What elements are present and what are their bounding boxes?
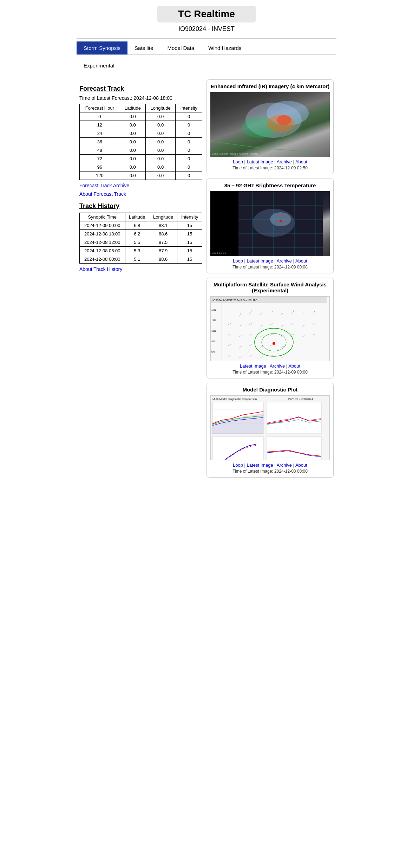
col-header-lon2: Longitude xyxy=(149,213,177,221)
nav-model-data[interactable]: Model Data xyxy=(160,41,201,54)
right-column: Enhanced Infrared (IR) Imagery (4 km Mer… xyxy=(206,79,334,482)
svg-line-74 xyxy=(260,346,263,348)
svg-line-6 xyxy=(263,148,312,152)
ir-links: Loop | Latest Image | Archive | About xyxy=(210,159,330,164)
model-image: Multi-Model Diagnostic Comparison INVEST… xyxy=(210,395,330,460)
svg-text:IO9024   INVEST   2024   9 Dec: IO9024 INVEST 2024 9 Dec 00UTC xyxy=(212,299,257,302)
svg-line-60 xyxy=(281,325,284,326)
svg-line-57 xyxy=(260,336,263,337)
table-row: 1200.00.00 xyxy=(80,171,202,180)
ir-panel: Enhanced Infrared (IR) Imagery (4 km Mer… xyxy=(206,79,334,174)
svg-line-35 xyxy=(241,312,241,314)
svg-rect-96 xyxy=(212,436,263,460)
nav-wind-hazards[interactable]: Wind Hazards xyxy=(201,41,248,54)
model-panel-title: Model Diagnostic Plot xyxy=(210,387,330,393)
svg-line-59 xyxy=(270,334,273,335)
mw-archive-link[interactable]: Archive xyxy=(277,258,292,264)
svg-text:5N: 5N xyxy=(211,351,215,353)
wind-archive-link[interactable]: Archive xyxy=(270,363,285,369)
svg-line-72 xyxy=(249,344,252,346)
track-history-table: Synoptic Time Latitude Longitude Intensi… xyxy=(79,213,202,264)
page-header: TC Realtime IO902024 - INVEST xyxy=(77,0,336,35)
wind-about-link[interactable]: About xyxy=(288,363,300,369)
wind-latest-link[interactable]: Latest Image xyxy=(240,363,266,369)
mw-panel: 85 – 92 GHz Brightness Temperature xyxy=(206,179,334,273)
ir-time: Time of Latest Image: 2024-12-09 02:50 xyxy=(210,166,330,170)
title-box: TC Realtime xyxy=(157,6,256,22)
col-header-intensity: Intensity xyxy=(176,104,202,112)
svg-line-75 xyxy=(260,357,263,358)
about-track-history-link[interactable]: About Track History xyxy=(79,266,202,272)
table-row: 2024-12-08 06:005.387.915 xyxy=(80,247,202,255)
svg-line-58 xyxy=(270,323,273,325)
svg-line-53 xyxy=(239,336,242,337)
ir-panel-title: Enhanced Infrared (IR) Imagery (4 km Mer… xyxy=(210,83,330,89)
wind-time: Time of Latest Image: 2024-12-09 00:00 xyxy=(210,370,330,375)
left-column: Forecast Track Time of Latest Forecast: … xyxy=(79,79,202,482)
forecast-track-title: Forecast Track xyxy=(79,85,202,92)
svg-line-49 xyxy=(314,311,315,312)
model-about-link[interactable]: About xyxy=(295,462,307,468)
svg-line-41 xyxy=(272,311,273,312)
svg-line-78 xyxy=(281,346,284,348)
app-title: TC Realtime xyxy=(178,8,235,20)
svg-line-43 xyxy=(283,312,283,313)
model-latest-link[interactable]: Latest Image xyxy=(247,462,273,468)
model-time: Time of Latest Image: 2024-12-08 00:00 xyxy=(210,469,330,474)
svg-line-44 xyxy=(291,312,293,314)
svg-text:14N: 14N xyxy=(211,319,216,322)
about-forecast-track-link[interactable]: About Forecast Track xyxy=(79,191,202,197)
ir-latest-link[interactable]: Latest Image xyxy=(247,159,273,164)
svg-line-63 xyxy=(291,334,294,335)
svg-line-65 xyxy=(302,336,305,337)
svg-line-66 xyxy=(313,323,315,325)
storm-id: IO902024 - INVEST xyxy=(79,25,334,33)
wind-panel: Multiplatform Satellite Surface Wind Ana… xyxy=(206,278,334,378)
svg-line-76 xyxy=(270,344,273,346)
ir-about-link[interactable]: About xyxy=(295,159,307,164)
svg-line-33 xyxy=(230,311,230,312)
svg-line-42 xyxy=(281,313,283,315)
table-row: 2024-12-08 12:005.587.515 xyxy=(80,238,202,247)
forecast-track-section: Forecast Track Time of Latest Forecast: … xyxy=(79,85,202,197)
svg-line-32 xyxy=(228,312,230,314)
svg-line-38 xyxy=(260,313,262,315)
model-loop-link[interactable]: Loop xyxy=(233,462,243,468)
svg-line-47 xyxy=(304,311,304,313)
svg-line-62 xyxy=(291,323,294,325)
svg-line-79 xyxy=(281,357,284,358)
table-row: 120.00.00 xyxy=(80,121,202,129)
table-row: 360.00.00 xyxy=(80,138,202,146)
svg-line-46 xyxy=(302,313,304,315)
forecast-track-table: Forecast Hour Latitude Longitude Intensi… xyxy=(79,104,202,180)
svg-line-71 xyxy=(239,357,242,358)
wind-panel-title: Multiplatform Satellite Surface Wind Ana… xyxy=(210,281,330,293)
table-row: 2024-12-09 00:006.888.115 xyxy=(80,221,202,230)
svg-text:INVEST - IO902024: INVEST - IO902024 xyxy=(288,397,313,401)
mw-latest-link[interactable]: Latest Image xyxy=(247,258,273,264)
forecast-track-archive-link[interactable]: Forecast Track Archive xyxy=(79,183,202,188)
svg-point-4 xyxy=(277,115,291,125)
svg-text:2024-12-09: 2024-12-09 xyxy=(212,251,226,254)
model-archive-link[interactable]: Archive xyxy=(277,462,292,468)
svg-line-40 xyxy=(270,312,272,314)
svg-rect-8 xyxy=(210,191,238,256)
primary-nav: Storm Synopsis Satellite Model Data Wind… xyxy=(77,41,336,55)
svg-text:Loop | Latest Image | Archive : Loop | Latest Image | Archive | About xyxy=(212,152,258,155)
ir-loop-link[interactable]: Loop xyxy=(233,159,243,164)
track-history-section: Track History Synoptic Time Latitude Lon… xyxy=(79,202,202,272)
mw-loop-link[interactable]: Loop xyxy=(233,258,243,264)
table-row: 480.00.00 xyxy=(80,146,202,155)
secondary-nav: Experimental xyxy=(77,59,336,75)
mw-about-link[interactable]: About xyxy=(295,258,307,264)
nav-storm-synopsis[interactable]: Storm Synopsis xyxy=(77,41,127,54)
nav-satellite[interactable]: Satellite xyxy=(127,41,160,54)
table-row: 960.00.00 xyxy=(80,163,202,171)
svg-line-67 xyxy=(313,334,315,335)
model-links: Loop | Latest Image | Archive | About xyxy=(210,462,330,468)
svg-text:Multi-Model Diagnostic Compari: Multi-Model Diagnostic Comparison xyxy=(212,397,257,401)
nav-experimental[interactable]: Experimental xyxy=(77,59,336,72)
ir-archive-link[interactable]: Archive xyxy=(277,159,292,164)
svg-line-39 xyxy=(262,311,262,313)
table-row: 720.00.00 xyxy=(80,155,202,163)
